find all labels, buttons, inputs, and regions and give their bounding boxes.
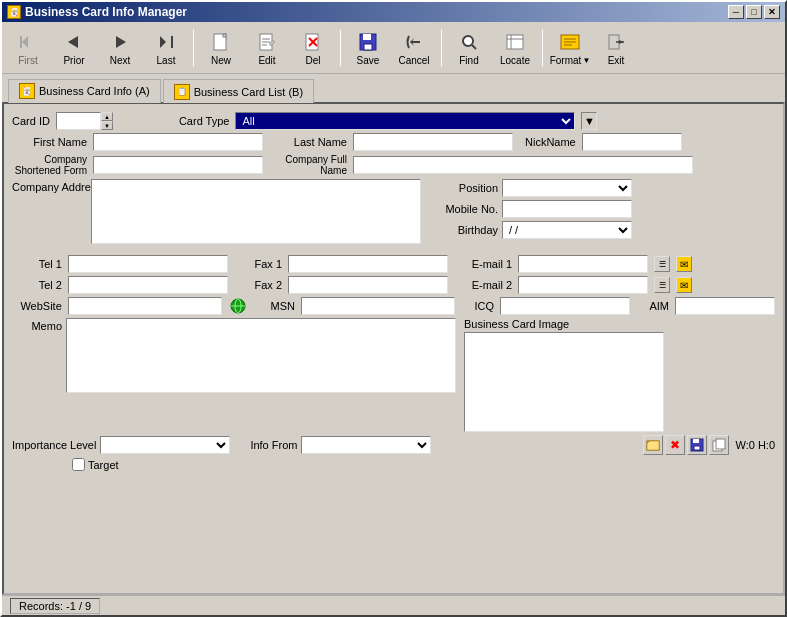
format-label: Format bbox=[550, 55, 582, 66]
new-button[interactable]: New bbox=[199, 26, 243, 70]
msn-input[interactable] bbox=[301, 297, 455, 315]
format-arrow: ▼ bbox=[582, 56, 590, 65]
nickname-label: NickName bbox=[525, 136, 576, 148]
company-address-textarea[interactable] bbox=[91, 179, 421, 244]
save-label: Save bbox=[357, 55, 380, 66]
first-name-input[interactable] bbox=[93, 133, 263, 151]
minimize-button[interactable]: ─ bbox=[728, 5, 744, 19]
next-button[interactable]: Next bbox=[98, 26, 142, 70]
tel1-label: Tel 1 bbox=[12, 258, 62, 270]
image-open-button[interactable] bbox=[643, 435, 663, 455]
title-bar-left: 🃏 Business Card Info Manager bbox=[7, 5, 187, 19]
last-name-input[interactable] bbox=[353, 133, 513, 151]
format-button[interactable]: Format ▼ bbox=[548, 26, 592, 70]
tab-card-list-icon: 📋 bbox=[174, 84, 190, 100]
prior-icon bbox=[62, 30, 86, 54]
company-short-input[interactable] bbox=[93, 156, 263, 174]
card-image-label: Business Card Image bbox=[464, 318, 664, 330]
find-label: Find bbox=[459, 55, 478, 66]
del-label: Del bbox=[305, 55, 320, 66]
window-title: Business Card Info Manager bbox=[25, 5, 187, 19]
mobile-group: Mobile No. bbox=[433, 200, 632, 218]
image-delete-button[interactable]: ✖ bbox=[665, 435, 685, 455]
website-input[interactable] bbox=[68, 297, 222, 315]
website-browse-icon[interactable] bbox=[230, 298, 246, 314]
next-label: Next bbox=[110, 55, 131, 66]
find-button[interactable]: Find bbox=[447, 26, 491, 70]
edit-button[interactable]: Edit bbox=[245, 26, 289, 70]
status-panel: Records: -1 / 9 bbox=[10, 598, 100, 614]
card-image-display bbox=[464, 332, 664, 432]
email2-send-button[interactable]: ✉ bbox=[676, 277, 692, 293]
position-label: Position bbox=[433, 182, 498, 194]
email2-copy-button[interactable]: ☰ bbox=[654, 277, 670, 293]
last-label: Last bbox=[157, 55, 176, 66]
last-button[interactable]: Last bbox=[144, 26, 188, 70]
tel1-input[interactable] bbox=[68, 255, 228, 273]
tel2-input[interactable] bbox=[68, 276, 228, 294]
close-button[interactable]: ✕ bbox=[764, 5, 780, 19]
svg-rect-18 bbox=[364, 44, 372, 50]
cancel-button[interactable]: Cancel bbox=[392, 26, 436, 70]
next-icon bbox=[108, 30, 132, 54]
row-address-position: Company Address Position Mobile No. Birt… bbox=[12, 179, 775, 246]
card-type-select[interactable]: All bbox=[235, 112, 575, 130]
card-id-label: Card ID bbox=[12, 115, 50, 127]
image-dimensions: W:0 H:0 bbox=[735, 439, 775, 451]
exit-button[interactable]: Exit bbox=[594, 26, 638, 70]
info-from-label: Info From bbox=[250, 439, 297, 451]
image-toolbar: ✖ W:0 H:0 bbox=[643, 435, 775, 455]
maximize-button[interactable]: □ bbox=[746, 5, 762, 19]
email1-copy-button[interactable]: ☰ bbox=[654, 256, 670, 272]
prior-button[interactable]: Prior bbox=[52, 26, 96, 70]
image-save-button[interactable] bbox=[687, 435, 707, 455]
format-icon bbox=[558, 30, 582, 54]
memo-textarea[interactable] bbox=[66, 318, 456, 393]
nickname-input[interactable] bbox=[582, 133, 682, 151]
card-type-dropdown[interactable]: ▼ bbox=[581, 112, 597, 130]
svg-marker-0 bbox=[22, 36, 28, 48]
fax2-input[interactable] bbox=[288, 276, 448, 294]
separator-2 bbox=[340, 30, 341, 66]
status-text: Records: -1 / 9 bbox=[19, 600, 91, 612]
importance-select[interactable] bbox=[100, 436, 230, 454]
prior-label: Prior bbox=[63, 55, 84, 66]
row-names: First Name Last Name NickName bbox=[12, 133, 775, 151]
row-tel1-fax1-email1: Tel 1 Fax 1 E-mail 1 ☰ ✉ bbox=[12, 255, 775, 273]
tab-card-list[interactable]: 📋 Business Card List (B) bbox=[163, 79, 314, 103]
target-checkbox[interactable] bbox=[72, 458, 85, 471]
main-window: 🃏 Business Card Info Manager ─ □ ✕ First… bbox=[0, 0, 787, 617]
icq-input[interactable] bbox=[500, 297, 630, 315]
tab-card-info-label: Business Card Info (A) bbox=[39, 85, 150, 97]
last-icon bbox=[154, 30, 178, 54]
position-select[interactable] bbox=[502, 179, 632, 197]
fax1-input[interactable] bbox=[288, 255, 448, 273]
row-website-msn: WebSite MSN ICQ AIM bbox=[12, 297, 775, 315]
company-full-input[interactable] bbox=[353, 156, 693, 174]
svg-marker-4 bbox=[160, 36, 166, 48]
company-short-label: Company Shortened Form bbox=[12, 154, 87, 176]
image-copy-button[interactable] bbox=[709, 435, 729, 455]
del-icon bbox=[301, 30, 325, 54]
email1-send-button[interactable]: ✉ bbox=[676, 256, 692, 272]
card-id-input[interactable]: 10 bbox=[56, 112, 101, 130]
birthday-select[interactable]: / / bbox=[502, 221, 632, 239]
locate-button[interactable]: Locate bbox=[493, 26, 537, 70]
first-button[interactable]: First bbox=[6, 26, 50, 70]
save-button[interactable]: Save bbox=[346, 26, 390, 70]
email2-input[interactable] bbox=[518, 276, 648, 294]
row-tel2-fax2-email2: Tel 2 Fax 2 E-mail 2 ☰ ✉ bbox=[12, 276, 775, 294]
mobile-input[interactable] bbox=[502, 200, 632, 218]
email1-input[interactable] bbox=[518, 255, 648, 273]
del-button[interactable]: Del bbox=[291, 26, 335, 70]
aim-input[interactable] bbox=[675, 297, 775, 315]
tab-card-info[interactable]: 🃏 Business Card Info (A) bbox=[8, 79, 161, 103]
card-id-spin-down[interactable]: ▼ bbox=[101, 121, 113, 130]
row-memo-image: Memo Business Card Image bbox=[12, 318, 775, 432]
fax2-label: Fax 2 bbox=[242, 279, 282, 291]
aim-label: AIM bbox=[644, 300, 669, 312]
company-full-label: Company Full Name bbox=[277, 154, 347, 176]
card-id-spin-up[interactable]: ▲ bbox=[101, 112, 113, 121]
memo-group: Memo bbox=[12, 318, 456, 432]
info-from-select[interactable] bbox=[301, 436, 431, 454]
